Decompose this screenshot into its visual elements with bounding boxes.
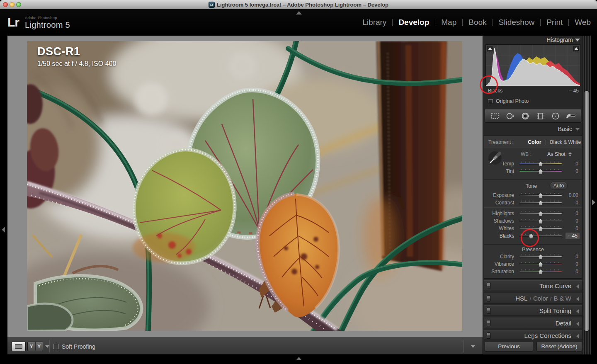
highlights-slider-thumb[interactable] [539, 211, 543, 216]
split-toning-expand-icon[interactable] [576, 309, 579, 313]
highlights-value[interactable]: 0 [575, 211, 578, 216]
expand-left-panel-arrow-icon[interactable] [2, 227, 5, 233]
blacks-slider-thumb[interactable] [529, 234, 534, 238]
reset-button[interactable]: Reset (Adobe) [536, 341, 582, 352]
histogram-panel-header[interactable]: Histogram [483, 36, 583, 44]
original-photo-row[interactable]: Original Photo [488, 98, 529, 104]
whites-slider-thumb[interactable] [539, 226, 543, 231]
module-slideshow[interactable]: Slideshow [499, 18, 535, 27]
tint-slider-thumb[interactable] [539, 169, 543, 174]
contrast-value[interactable]: 0 [575, 200, 578, 206]
right-panel-scrollbar-track[interactable] [582, 36, 591, 354]
tone-curve-expand-icon[interactable] [576, 284, 579, 289]
vibrance-slider-thumb[interactable] [539, 262, 543, 267]
whites-slider[interactable] [519, 228, 562, 229]
detail-toggle-switch[interactable] [487, 320, 490, 326]
whites-value[interactable]: 0 [575, 226, 578, 231]
vibrance-slider[interactable] [519, 263, 562, 265]
photo-canvas[interactable]: DSC-R1 1/50 sec at f / 4.8, ISO 400 [27, 41, 462, 331]
collapse-top-panel-arrow-icon[interactable] [296, 11, 302, 15]
soft-proofing-label[interactable]: Soft Proofing [62, 343, 95, 350]
vibrance-value[interactable]: 0 [575, 261, 578, 267]
spot-removal-tool[interactable] [505, 112, 516, 121]
histogram-display[interactable] [485, 44, 580, 86]
tone-curve-toggle-switch[interactable] [487, 283, 490, 289]
highlights-slider[interactable] [519, 213, 562, 214]
blacks-value[interactable]: − 45 [565, 233, 580, 239]
treatment-bw-option[interactable]: Black & White [550, 139, 581, 145]
contrast-slider-thumb[interactable] [539, 201, 543, 205]
saturation-slider[interactable] [519, 271, 562, 272]
treatment-color-option[interactable]: Color [528, 139, 541, 145]
temp-slider[interactable] [519, 163, 562, 165]
shadows-slider-thumb[interactable] [539, 219, 543, 223]
shadows-slider-row: Shadows 0 [484, 217, 582, 225]
exposure-value[interactable]: 0.00 [569, 192, 578, 198]
hsl-panel-header[interactable]: HSL/Color/B & W [484, 293, 582, 303]
basic-title: Basic [558, 126, 572, 132]
clarity-slider-thumb[interactable] [539, 255, 543, 259]
exposure-slider[interactable] [519, 194, 562, 196]
module-web[interactable]: Web [575, 18, 591, 27]
split-toning-toggle-switch[interactable] [487, 308, 490, 314]
module-book[interactable]: Book [468, 18, 486, 27]
module-library[interactable]: Library [362, 18, 386, 27]
loupe-view-button[interactable] [12, 342, 26, 351]
hsl-color-title[interactable]: Color [533, 295, 548, 302]
vibrance-slider-row: Vibrance 0 [484, 260, 582, 268]
wb-preset-select[interactable]: As Shot [547, 151, 565, 157]
split-toning-panel-header[interactable]: Split Toning [484, 305, 582, 316]
right-panel-collapsed-gutter[interactable] [591, 36, 597, 354]
hsl-toggle-switch[interactable] [487, 295, 490, 301]
lens-corrections-toggle-switch[interactable] [487, 332, 490, 339]
detail-expand-icon[interactable] [576, 322, 579, 326]
previous-button[interactable]: Previous [485, 341, 533, 352]
basic-panel-header[interactable]: Basic [483, 124, 583, 134]
tone-curve-panel-header[interactable]: Tone Curve [484, 280, 582, 291]
saturation-value[interactable]: 0 [575, 269, 578, 274]
right-panel-scrollbar-thumb[interactable] [584, 90, 589, 332]
before-after-right[interactable]: Y [35, 342, 43, 351]
basic-collapse-icon[interactable] [575, 128, 580, 131]
before-after-left[interactable]: Y [28, 342, 35, 351]
hsl-title[interactable]: HSL [515, 295, 527, 302]
shadows-value[interactable]: 0 [575, 218, 578, 224]
highlight-clipping-indicator[interactable] [573, 46, 579, 51]
histogram-collapse-icon[interactable] [575, 39, 580, 41]
red-eye-correction-tool[interactable] [520, 112, 531, 121]
blacks-slider[interactable] [519, 235, 562, 237]
hsl-bw-title[interactable]: B & W [553, 295, 571, 302]
exposure-slider-thumb[interactable] [539, 193, 543, 198]
tint-slider[interactable] [519, 170, 562, 172]
before-after-view-button[interactable]: Y Y [27, 342, 43, 351]
tint-value[interactable]: 0 [575, 168, 578, 174]
shadows-slider[interactable] [519, 220, 562, 222]
clarity-slider[interactable] [519, 256, 562, 257]
identity-plate: Lr Adobe Photoshop Lightroom 5 [7, 14, 70, 31]
adjustment-brush-tool[interactable] [565, 112, 576, 121]
module-map[interactable]: Map [441, 18, 456, 27]
radial-filter-tool[interactable] [550, 112, 561, 121]
shadow-clipping-indicator[interactable] [487, 46, 493, 51]
wb-select-arrows-icon[interactable] [568, 152, 572, 156]
graduated-filter-tool[interactable] [535, 112, 546, 121]
left-panel-collapsed-gutter[interactable] [0, 36, 7, 354]
contrast-slider[interactable] [519, 202, 562, 204]
expand-filmstrip-arrow-icon[interactable] [296, 357, 302, 360]
detail-panel-header[interactable]: Detail [484, 318, 582, 328]
develop-content-area: DSC-R1 1/50 sec at f / 4.8, ISO 400 [7, 36, 483, 337]
crop-overlay-tool[interactable] [490, 112, 500, 121]
expand-right-panel-arrow-icon[interactable] [592, 199, 595, 205]
temp-slider-thumb[interactable] [539, 162, 543, 166]
lens-corrections-expand-icon[interactable] [576, 334, 579, 338]
before-after-dropdown-icon[interactable] [45, 345, 49, 348]
toolbar-options-dropdown-icon[interactable] [471, 345, 475, 348]
soft-proofing-checkbox[interactable] [53, 344, 58, 349]
auto-tone-button[interactable]: Auto [550, 182, 568, 190]
clarity-value[interactable]: 0 [575, 254, 578, 260]
module-develop[interactable]: Develop [398, 18, 429, 27]
hsl-expand-icon[interactable] [576, 297, 579, 301]
temp-value[interactable]: 0 [575, 161, 578, 167]
saturation-slider-thumb[interactable] [539, 269, 543, 274]
module-print[interactable]: Print [546, 18, 563, 27]
